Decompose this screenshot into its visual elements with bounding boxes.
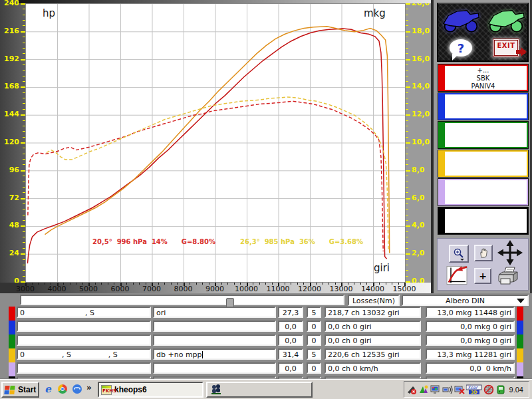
print-button[interactable] (496, 265, 523, 287)
rpm-minor-tick (139, 283, 140, 285)
channel-button-4[interactable] (438, 150, 528, 177)
row-run-field[interactable]: 0 , S , S (17, 348, 151, 360)
mkg-minor-tick (406, 187, 408, 188)
row-torque-field[interactable]: 0,0 0 km/h (426, 362, 515, 374)
mkg-minor-tick (406, 126, 408, 126)
row-value1-field[interactable]: 27,3 (278, 307, 303, 318)
tray-tool-error-icon[interactable] (406, 384, 417, 395)
rpm-minor-tick (227, 283, 228, 285)
row-torque-field[interactable]: 13,0 mkg 11448 giri (426, 307, 515, 318)
readout-strip[interactable] (20, 295, 344, 305)
channel-button-6[interactable] (438, 207, 528, 234)
rpm-minor-tick (202, 283, 203, 285)
tray-blocked-globe-icon[interactable] (483, 384, 494, 395)
quick-launch-internet-explorer[interactable]: e (42, 383, 54, 395)
add-button[interactable]: + (474, 268, 491, 284)
tray-display-settings-icon[interactable] (430, 384, 441, 395)
mkg-minor-tick (406, 81, 408, 82)
row-value2-field[interactable]: 5 (307, 348, 321, 360)
rpm-minor-tick (392, 283, 392, 285)
mkg-tick-label: 16,0 (412, 55, 430, 63)
row-torque-field[interactable]: 0,0 mkg 0 giri (426, 321, 515, 332)
row-run-field[interactable] (17, 362, 151, 374)
hp-tick-label: 144 (4, 110, 19, 118)
rpm-minor-tick (297, 283, 298, 285)
mkg-minor-tick (406, 98, 408, 98)
losses-button[interactable]: Losses(Nm) (348, 295, 400, 306)
task-button-2[interactable] (206, 382, 313, 398)
channel-button-2[interactable] (438, 93, 528, 120)
row-value2-field[interactable]: 5 (307, 307, 321, 318)
row-run-field[interactable] (17, 321, 151, 332)
mkg-minor-tick (406, 9, 408, 9)
exit-button[interactable]: EXIT (484, 33, 528, 63)
tray-display-offline-icon[interactable] (454, 384, 465, 395)
row-color-chip-left (9, 307, 15, 321)
mkg-major-tick (406, 31, 410, 33)
rpm-minor-tick (398, 283, 399, 285)
pan-button[interactable] (474, 245, 493, 261)
quick-launch-browser[interactable] (71, 383, 83, 395)
row-power-field[interactable]: 0,0 ch 0 giri (325, 321, 421, 332)
row-power-field[interactable]: 0,0 ch 0 giri (325, 334, 421, 346)
rpm-minor-tick (240, 283, 241, 285)
move-tool[interactable] (497, 240, 524, 267)
start-button[interactable]: Start (1, 382, 39, 398)
mkg-minor-tick (406, 15, 408, 15)
channel-button-1[interactable]: +...SBKPANIV4 (438, 65, 528, 91)
row-value2-field[interactable]: 0 (307, 334, 321, 346)
tray-memory-card-icon[interactable] (495, 384, 506, 395)
row-value1-field[interactable]: 0,0 (278, 321, 303, 332)
rpm-tick-label: 13000 (327, 285, 356, 293)
quick-launch-chrome[interactable] (57, 383, 68, 395)
rpm-tick-label: 7000 (137, 285, 166, 293)
shaft-selector-dropdown[interactable]: Albero DIN (402, 295, 529, 306)
row-value1-field[interactable]: 0,0 (278, 334, 303, 346)
quick-launch-overflow-chevron[interactable]: » (86, 383, 92, 392)
curve-button[interactable] (446, 265, 467, 286)
exit-icon: EXIT (493, 39, 519, 57)
mkg-minor-tick (406, 276, 408, 277)
row-torque-field[interactable]: 13,3 mkg 11281 giri (426, 348, 515, 360)
motorcycle-green-button[interactable] (484, 5, 528, 35)
tray-graphics-icon[interactable] (418, 384, 429, 395)
channel-button-5[interactable] (438, 179, 528, 205)
weather-annotation-yellow: 26,3° 985 hPa 36% G=3.68% (240, 238, 363, 245)
row-color-chip-right (517, 334, 523, 348)
plot-area[interactable]: hp mkg giri 20,5° 996 hPa 14% G=8.80% 26… (25, 3, 406, 283)
row-value2-field[interactable]: 0 (307, 321, 321, 332)
rpm-minor-tick (234, 283, 235, 285)
motorcycle-blue-button[interactable] (439, 5, 483, 35)
row-note-field[interactable] (153, 321, 276, 332)
row-run-field[interactable]: 0 , S (17, 307, 151, 318)
help-button[interactable]: ? (439, 33, 483, 63)
hp-tick-label: 216 (4, 27, 19, 35)
row-note-field[interactable] (153, 362, 276, 374)
rpm-minor-tick (114, 283, 114, 285)
task-button-kheops6[interactable]: FKHS kheops6 (98, 382, 203, 398)
tray-network-signal-icon[interactable] (442, 384, 453, 395)
row-note-field[interactable] (153, 334, 276, 346)
channel-label-line: SBK (440, 74, 527, 82)
row-value1-field[interactable]: 0,0 (278, 362, 303, 374)
row-torque-field[interactable]: 0,0 mkg 0 giri (426, 334, 515, 346)
row-power-field[interactable]: 0,0 ch 0 km/h (325, 362, 421, 374)
rpm-tick-label: 14000 (358, 285, 388, 293)
row-value1-field[interactable]: 31,4 (278, 348, 303, 360)
tray-xear3d-icon[interactable]: Xear 3D (466, 384, 482, 395)
row-note-field[interactable]: db +no mpp (153, 348, 276, 360)
mkg-minor-tick (406, 43, 408, 43)
rpm-minor-tick (51, 283, 51, 285)
row-run-field[interactable] (17, 334, 151, 346)
row-value2-field[interactable]: 0 (307, 362, 321, 374)
rpm-tick-label: 9000 (200, 285, 229, 293)
taskbar-clock: 9.04 (509, 386, 523, 394)
channel-button-3[interactable] (438, 122, 528, 148)
hp-tick-label: 96 (9, 166, 19, 174)
mkg-minor-tick (406, 209, 408, 209)
zoom-button[interactable] (449, 245, 469, 263)
row-power-field[interactable]: 220,6 ch 12535 giri (325, 348, 421, 360)
row-note-field[interactable]: ori (153, 307, 276, 318)
row-power-field[interactable]: 218,7 ch 13032 giri (325, 307, 421, 318)
mkg-minor-tick (406, 48, 408, 49)
